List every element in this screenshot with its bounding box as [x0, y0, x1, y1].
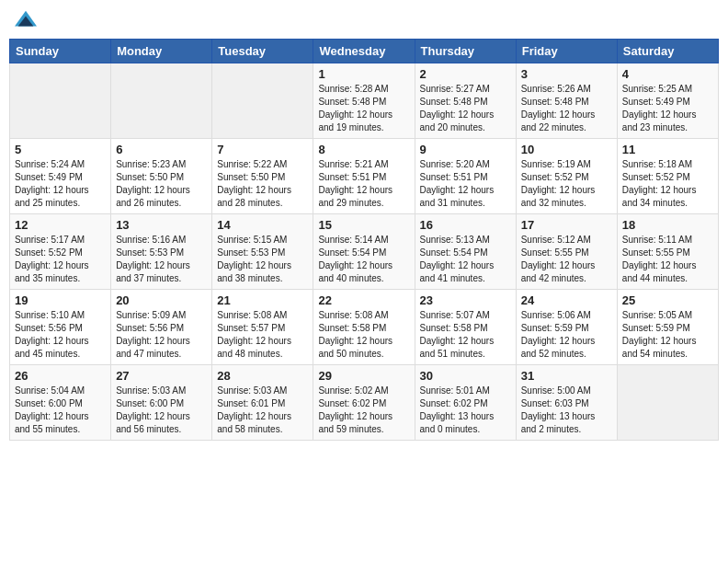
day-number: 25	[622, 293, 713, 307]
calendar-cell: 10Sunrise: 5:19 AM Sunset: 5:52 PM Dayli…	[516, 139, 617, 214]
calendar-cell: 8Sunrise: 5:21 AM Sunset: 5:51 PM Daylig…	[313, 139, 415, 214]
day-info: Sunrise: 5:12 AM Sunset: 5:55 PM Dayligh…	[521, 234, 612, 285]
day-number: 5	[15, 143, 106, 156]
day-info: Sunrise: 5:14 AM Sunset: 5:54 PM Dayligh…	[318, 234, 409, 285]
day-number: 21	[217, 293, 308, 307]
day-info: Sunrise: 5:00 AM Sunset: 6:03 PM Dayligh…	[521, 385, 612, 436]
calendar-cell: 26Sunrise: 5:04 AM Sunset: 6:00 PM Dayli…	[10, 365, 111, 441]
day-number: 13	[116, 218, 207, 232]
day-number: 12	[15, 218, 106, 232]
day-info: Sunrise: 5:07 AM Sunset: 5:58 PM Dayligh…	[420, 309, 511, 361]
calendar-cell: 7Sunrise: 5:22 AM Sunset: 5:50 PM Daylig…	[212, 139, 313, 214]
day-info: Sunrise: 5:27 AM Sunset: 5:48 PM Dayligh…	[420, 83, 511, 134]
day-number: 26	[15, 369, 106, 383]
day-number: 17	[521, 218, 612, 232]
calendar-cell: 21Sunrise: 5:08 AM Sunset: 5:57 PM Dayli…	[212, 290, 313, 365]
day-header-sunday: Sunday	[10, 40, 111, 63]
calendar-cell: 2Sunrise: 5:27 AM Sunset: 5:48 PM Daylig…	[415, 63, 516, 139]
day-info: Sunrise: 5:03 AM Sunset: 6:00 PM Dayligh…	[116, 385, 207, 436]
calendar-cell: 11Sunrise: 5:18 AM Sunset: 5:52 PM Dayli…	[617, 139, 718, 214]
day-info: Sunrise: 5:02 AM Sunset: 6:02 PM Dayligh…	[318, 385, 409, 436]
calendar-cell: 1Sunrise: 5:28 AM Sunset: 5:48 PM Daylig…	[313, 63, 415, 139]
day-info: Sunrise: 5:23 AM Sunset: 5:50 PM Dayligh…	[116, 158, 207, 210]
calendar-cell	[212, 63, 313, 139]
day-info: Sunrise: 5:13 AM Sunset: 5:54 PM Dayligh…	[420, 234, 511, 285]
day-number: 3	[521, 67, 612, 81]
day-header-saturday: Saturday	[617, 40, 718, 63]
day-number: 14	[217, 218, 308, 232]
day-number: 23	[420, 293, 511, 307]
day-number: 16	[420, 218, 511, 232]
calendar-cell: 31Sunrise: 5:00 AM Sunset: 6:03 PM Dayli…	[516, 365, 617, 441]
day-number: 31	[521, 369, 612, 383]
day-info: Sunrise: 5:19 AM Sunset: 5:52 PM Dayligh…	[521, 158, 612, 210]
day-info: Sunrise: 5:11 AM Sunset: 5:55 PM Dayligh…	[622, 234, 713, 285]
calendar-cell: 12Sunrise: 5:17 AM Sunset: 5:52 PM Dayli…	[10, 214, 111, 290]
day-number: 24	[521, 293, 612, 307]
calendar-cell: 3Sunrise: 5:26 AM Sunset: 5:48 PM Daylig…	[516, 63, 617, 139]
day-number: 27	[116, 369, 207, 383]
day-info: Sunrise: 5:08 AM Sunset: 5:57 PM Dayligh…	[217, 309, 308, 361]
day-number: 18	[622, 218, 713, 232]
calendar-cell: 24Sunrise: 5:06 AM Sunset: 5:59 PM Dayli…	[516, 290, 617, 365]
day-info: Sunrise: 5:17 AM Sunset: 5:52 PM Dayligh…	[15, 234, 106, 285]
day-info: Sunrise: 5:10 AM Sunset: 5:56 PM Dayligh…	[15, 309, 106, 361]
calendar-cell: 22Sunrise: 5:08 AM Sunset: 5:58 PM Dayli…	[313, 290, 415, 365]
day-info: Sunrise: 5:22 AM Sunset: 5:50 PM Dayligh…	[217, 158, 308, 210]
day-info: Sunrise: 5:05 AM Sunset: 5:59 PM Dayligh…	[622, 309, 713, 361]
day-number: 22	[318, 293, 409, 307]
day-info: Sunrise: 5:08 AM Sunset: 5:58 PM Dayligh…	[318, 309, 409, 361]
day-info: Sunrise: 5:26 AM Sunset: 5:48 PM Dayligh…	[521, 83, 612, 134]
calendar-cell	[111, 63, 212, 139]
day-info: Sunrise: 5:18 AM Sunset: 5:52 PM Dayligh…	[622, 158, 713, 210]
day-number: 30	[420, 369, 511, 383]
calendar-cell: 14Sunrise: 5:15 AM Sunset: 5:53 PM Dayli…	[212, 214, 313, 290]
calendar-cell	[617, 365, 718, 441]
calendar-cell: 28Sunrise: 5:03 AM Sunset: 6:01 PM Dayli…	[212, 365, 313, 441]
day-info: Sunrise: 5:15 AM Sunset: 5:53 PM Dayligh…	[217, 234, 308, 285]
day-number: 10	[521, 143, 612, 156]
day-number: 19	[15, 293, 106, 307]
calendar-week-row: 19Sunrise: 5:10 AM Sunset: 5:56 PM Dayli…	[10, 290, 719, 365]
day-number: 6	[116, 143, 207, 156]
day-info: Sunrise: 5:03 AM Sunset: 6:01 PM Dayligh…	[217, 385, 308, 436]
calendar-cell	[10, 63, 111, 139]
day-number: 2	[420, 67, 511, 81]
day-header-thursday: Thursday	[415, 40, 516, 63]
day-number: 28	[217, 369, 308, 383]
calendar-cell: 27Sunrise: 5:03 AM Sunset: 6:00 PM Dayli…	[111, 365, 212, 441]
calendar-cell: 9Sunrise: 5:20 AM Sunset: 5:51 PM Daylig…	[415, 139, 516, 214]
page-header	[9, 9, 719, 31]
calendar-cell: 4Sunrise: 5:25 AM Sunset: 5:49 PM Daylig…	[617, 63, 718, 139]
calendar-cell: 15Sunrise: 5:14 AM Sunset: 5:54 PM Dayli…	[313, 214, 415, 290]
day-info: Sunrise: 5:04 AM Sunset: 6:00 PM Dayligh…	[15, 385, 106, 436]
calendar-cell: 19Sunrise: 5:10 AM Sunset: 5:56 PM Dayli…	[10, 290, 111, 365]
day-number: 7	[217, 143, 308, 156]
calendar-cell: 6Sunrise: 5:23 AM Sunset: 5:50 PM Daylig…	[111, 139, 212, 214]
calendar-header-row: SundayMondayTuesdayWednesdayThursdayFrid…	[10, 40, 719, 63]
day-number: 20	[116, 293, 207, 307]
day-info: Sunrise: 5:09 AM Sunset: 5:56 PM Dayligh…	[116, 309, 207, 361]
day-number: 8	[318, 143, 409, 156]
day-number: 11	[622, 143, 713, 156]
day-number: 15	[318, 218, 409, 232]
calendar-cell: 30Sunrise: 5:01 AM Sunset: 6:02 PM Dayli…	[415, 365, 516, 441]
calendar-week-row: 12Sunrise: 5:17 AM Sunset: 5:52 PM Dayli…	[10, 214, 719, 290]
day-info: Sunrise: 5:21 AM Sunset: 5:51 PM Dayligh…	[318, 158, 409, 210]
day-header-wednesday: Wednesday	[313, 40, 415, 63]
logo-icon	[13, 9, 39, 31]
calendar-cell: 16Sunrise: 5:13 AM Sunset: 5:54 PM Dayli…	[415, 214, 516, 290]
calendar-cell: 13Sunrise: 5:16 AM Sunset: 5:53 PM Dayli…	[111, 214, 212, 290]
day-info: Sunrise: 5:16 AM Sunset: 5:53 PM Dayligh…	[116, 234, 207, 285]
day-number: 9	[420, 143, 511, 156]
day-info: Sunrise: 5:24 AM Sunset: 5:49 PM Dayligh…	[15, 158, 106, 210]
calendar-cell: 18Sunrise: 5:11 AM Sunset: 5:55 PM Dayli…	[617, 214, 718, 290]
calendar-cell: 5Sunrise: 5:24 AM Sunset: 5:49 PM Daylig…	[10, 139, 111, 214]
logo	[13, 9, 42, 31]
day-info: Sunrise: 5:28 AM Sunset: 5:48 PM Dayligh…	[318, 83, 409, 134]
calendar-week-row: 26Sunrise: 5:04 AM Sunset: 6:00 PM Dayli…	[10, 365, 719, 441]
day-header-tuesday: Tuesday	[212, 40, 313, 63]
day-info: Sunrise: 5:25 AM Sunset: 5:49 PM Dayligh…	[622, 83, 713, 134]
day-header-monday: Monday	[111, 40, 212, 63]
day-info: Sunrise: 5:06 AM Sunset: 5:59 PM Dayligh…	[521, 309, 612, 361]
